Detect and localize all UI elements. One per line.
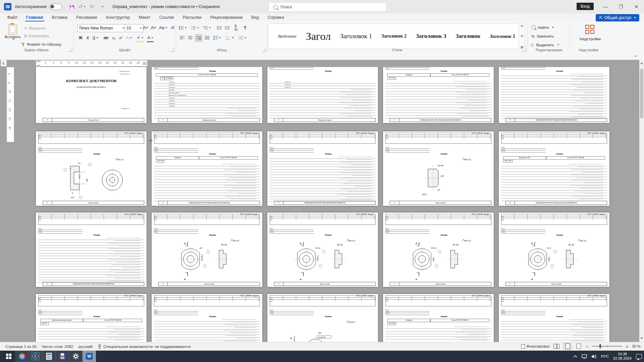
autosave-toggle[interactable] — [49, 4, 62, 10]
share-button[interactable]: ⇱Общий доступ — [596, 14, 639, 21]
page-op[interactable]: Дубл.Взам.Подл. ГОСТ 3.1404-86 Форма 3 Р… — [152, 131, 262, 206]
copy-button[interactable]: ⧉ Копировать — [24, 33, 49, 39]
tab-файл[interactable]: Файл — [3, 14, 22, 21]
clear-formatting-button[interactable]: A̸ — [169, 24, 176, 31]
collapse-ribbon-icon[interactable] — [635, 56, 637, 57]
underline-button[interactable]: Ч — [92, 34, 99, 41]
clipboard-dialog-launcher-icon[interactable] — [68, 48, 72, 52]
language-indicator[interactable]: русский — [78, 345, 92, 349]
line-spacing-button[interactable] — [213, 34, 221, 41]
page-op[interactable]: Дубл.Взам.Подл. ГОСТ 3.1404-86 Форма 3 Р… — [383, 67, 494, 123]
bullets-button[interactable] — [179, 24, 187, 31]
borders-button[interactable] — [238, 34, 247, 41]
shrink-font-button[interactable]: A˅ — [150, 24, 157, 31]
align-center-button[interactable] — [187, 34, 194, 41]
tab-вставка[interactable]: Вставка — [48, 14, 72, 21]
page-route[interactable]: Дубл.Взам.Подл. ГОСТ 3.1404-86 Форма 3 Р… — [267, 67, 378, 123]
style-item[interactable]: Выделение — [278, 34, 297, 39]
focus-button[interactable]: Фокусировка — [521, 344, 550, 349]
accessibility-status[interactable]: Специальные возможности: не поддерживают… — [98, 344, 191, 349]
align-right-button[interactable] — [195, 34, 202, 42]
decrease-indent-button[interactable] — [216, 24, 222, 31]
save-icon[interactable] — [67, 2, 76, 11]
page-indicator[interactable]: Страница 1 из 26 — [5, 345, 37, 349]
volume-icon[interactable] — [591, 354, 597, 359]
first-line-indent-marker[interactable] — [37, 60, 40, 62]
multilevel-list-button[interactable] — [203, 24, 211, 31]
taskbar-app-floppy-app[interactable] — [56, 351, 69, 362]
right-indent-marker[interactable] — [143, 62, 146, 65]
superscript-button[interactable]: x² — [117, 34, 124, 41]
tab-рассылки[interactable]: Рассылки — [178, 14, 206, 21]
tab-рисование[interactable]: Рисование — [72, 14, 102, 21]
page-optext[interactable]: Дубл.Взам.Подл. ГОСТ 3.1404-86 Форма 3 Р… — [267, 131, 378, 206]
page-sketch[interactable]: Дубл.Взам.Подл. ГОСТ 3.1105-84 Форма 7 Р… — [499, 213, 609, 287]
style-item[interactable]: Заголовок 2 — [381, 34, 407, 39]
style-item[interactable]: Заголовок 5 — [490, 34, 515, 39]
page-cut-sketch[interactable]: Дубл.Взам.Подл. ГОСТ 3.1105-84 Форма 7 Р… — [267, 294, 378, 342]
cut-button[interactable]: ✂ Вырезать — [24, 25, 46, 32]
pilcrow-button[interactable]: ¶ — [242, 24, 249, 31]
taskbar-clock[interactable]: 10:3822.08.2024 — [613, 352, 632, 361]
italic-button[interactable]: К — [85, 34, 91, 41]
page-cut-optext[interactable]: Дубл.Взам.Подл. ГОСТ 3.1404-86 Форма 3 Р… — [499, 294, 609, 342]
page-sketch[interactable]: Дубл.Взам.Подл. ГОСТ 3.1105-84 Форма 7 Р… — [383, 213, 494, 287]
increase-indent-button[interactable] — [224, 24, 230, 31]
highlight-button[interactable] — [136, 34, 144, 42]
page-route[interactable]: Дубл.Взам.Подл. ГОСТ 3.1404-86 Форма 3 Р… — [152, 67, 262, 123]
page-cut-op[interactable]: Дубл.Взам.Подл. ГОСТ 3.1404-86 Форма 3 Р… — [36, 294, 147, 342]
undo-icon[interactable]: ↺ — [77, 2, 86, 11]
start-button[interactable] — [2, 351, 15, 362]
font-size-select[interactable]: 10 — [125, 24, 144, 32]
font-color-button[interactable]: А — [147, 34, 154, 42]
taskbar-app-settings[interactable] — [69, 351, 83, 362]
zoom-level[interactable]: 30 % — [632, 344, 641, 348]
read-mode-button[interactable] — [553, 343, 560, 350]
vertical-ruler[interactable]: 681012141618 — [7, 67, 14, 142]
tab-рецензирование[interactable]: Рецензирование — [206, 14, 247, 21]
page-op[interactable]: Дубл.Взам.Подл. ГОСТ 3.1404-86 Форма 3 Р… — [499, 131, 609, 206]
grow-font-button[interactable]: A˄ — [142, 24, 149, 31]
format-painter-button[interactable]: Формат по образцу — [21, 41, 61, 48]
network-icon[interactable] — [582, 354, 587, 359]
style-item[interactable]: Заголовок 3 — [416, 33, 446, 40]
document-canvas[interactable]: 681012141618 Министерство образования и … — [0, 67, 639, 342]
saved-status[interactable]: Сохранено — [199, 4, 220, 9]
styles-scroll-up-icon[interactable] — [521, 25, 523, 26]
paragraph-dialog-launcher-icon[interactable] — [262, 48, 266, 52]
tab-вид[interactable]: Вид — [247, 14, 263, 21]
vertical-scrollbar[interactable] — [639, 60, 644, 342]
find-button[interactable]: Найти — [531, 23, 554, 31]
page-sketch[interactable]: Дубл.Взам.Подл. ГОСТ 3.1105-84 Форма 7 Р… — [36, 131, 147, 206]
align-left-button[interactable] — [179, 34, 185, 41]
select-button[interactable]: ▷Выделить — [531, 41, 559, 49]
sort-button[interactable]: АЯ↓ — [233, 24, 240, 31]
taskbar-app-calculator[interactable] — [42, 351, 56, 362]
tab-ссылки[interactable]: Ссылки — [155, 14, 178, 21]
strikethrough-button[interactable]: ab — [103, 34, 109, 41]
paste-button[interactable]: Вставить — [5, 24, 21, 40]
styles-more-icon[interactable] — [521, 46, 523, 47]
page-sketch[interactable]: Дубл.Взам.Подл. ГОСТ 3.1105-84 Форма 7 Р… — [152, 213, 262, 287]
style-item[interactable]: Заголовок — [456, 33, 480, 39]
text-effects-button[interactable]: А — [125, 34, 132, 41]
style-item[interactable]: Заголовок 1 — [340, 33, 372, 40]
page-sketch[interactable]: Дубл.Взам.Подл. ГОСТ 3.1105-84 Форма 7 Р… — [383, 131, 494, 206]
tab-главная[interactable]: Главная — [22, 14, 48, 21]
taskbar-app-k-app[interactable]: K — [29, 351, 42, 362]
page-title[interactable]: Министерство образования и науки Российс… — [36, 67, 147, 123]
styles-scroll-down-icon[interactable] — [521, 36, 523, 37]
zoom-slider-thumb[interactable] — [599, 344, 601, 348]
numbering-button[interactable]: 12 — [191, 24, 199, 31]
font-name-select[interactable]: Times New Roman — [77, 24, 126, 32]
subscript-button[interactable]: x₂ — [111, 34, 117, 41]
minimize-button[interactable]: — — [598, 0, 613, 13]
zoom-slider[interactable] — [592, 346, 622, 347]
addins-button[interactable]: Надстройки — [580, 25, 601, 41]
print-layout-button[interactable] — [564, 343, 572, 350]
change-case-button[interactable]: Aa — [159, 24, 167, 31]
restore-button[interactable]: ❐ — [613, 0, 629, 13]
keyboard-language[interactable]: РУС — [601, 354, 609, 358]
styles-dialog-launcher-icon[interactable] — [522, 48, 526, 52]
page-sketch[interactable]: Дубл.Взам.Подл. ГОСТ 3.1105-84 Форма 7 Р… — [267, 213, 378, 287]
